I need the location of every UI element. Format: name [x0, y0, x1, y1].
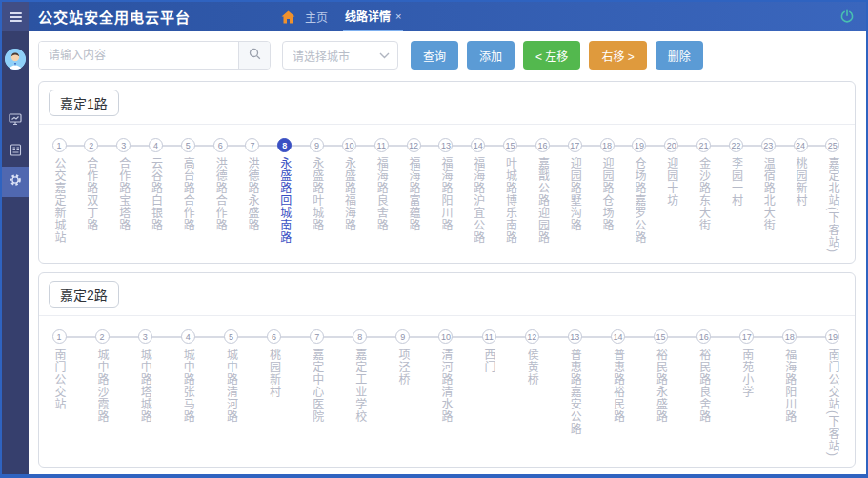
route-stop[interactable]: 12侯黄桥	[523, 329, 540, 457]
route-stop[interactable]: 13福海路阳川路	[437, 138, 454, 253]
route-stop[interactable]: 1公交嘉定新城站	[50, 138, 68, 253]
route-stop[interactable]: 10清河路清水路	[437, 329, 454, 457]
route-stop[interactable]: 3城中路塔城路	[136, 329, 153, 457]
route-stop[interactable]: 1南门公交站	[50, 329, 68, 457]
route-stop[interactable]: 6桃园新村	[266, 329, 283, 457]
stop-number: 10	[342, 138, 356, 152]
stop-name: 嘉定中心医院	[311, 349, 324, 423]
stop-name: 迎园路仓场路	[600, 157, 614, 231]
stop-number: 4	[181, 329, 195, 344]
route-stop[interactable]: 13普惠路嘉安公路	[566, 329, 583, 457]
route-stop[interactable]: 3合作路宝塔路	[115, 138, 132, 253]
stop-number: 8	[277, 138, 292, 152]
route-stop[interactable]: 4云谷路白银路	[147, 138, 164, 253]
route-stop[interactable]: 4城中路张马路	[179, 329, 196, 457]
route-stop[interactable]: 8嘉定工业学校	[352, 329, 369, 457]
stop-name: 城中路清河路	[224, 349, 237, 423]
route-stop[interactable]: 11西门	[480, 329, 497, 457]
route-stop[interactable]: 5高台路合作路	[179, 138, 196, 253]
stop-name: 李园一村	[729, 157, 742, 207]
stop-name: 西门	[482, 349, 495, 373]
stop-number: 10	[438, 329, 453, 344]
stop-name: 合作路双丁路	[85, 157, 98, 231]
city-select[interactable]: 请选择城市	[282, 41, 398, 70]
stop-number: 9	[310, 138, 324, 152]
stop-number: 5	[224, 329, 238, 344]
tab-close-icon[interactable]: ×	[395, 10, 401, 22]
stop-number: 16	[696, 329, 711, 344]
stop-name: 普惠路嘉安公路	[568, 349, 581, 435]
route-stop[interactable]: 15裕民路永盛路	[653, 329, 670, 457]
route-stop[interactable]: 17南苑小学	[738, 329, 756, 457]
stop-name: 福海路沪宜公路	[472, 157, 485, 244]
route-stop[interactable]: 17迎园路墅沟路	[566, 138, 583, 253]
route-stop[interactable]: 2城中路沙霞路	[93, 329, 111, 457]
stop-name: 迎园十坊	[665, 157, 678, 207]
move-right-button[interactable]: 右移 >	[589, 41, 646, 70]
route-stop[interactable]: 19南门公交站(下客站)	[824, 329, 841, 457]
route-stop[interactable]: 7嘉定中心医院	[309, 329, 326, 457]
toolbar: 请选择城市 查询添加< 左移右移 >删除	[38, 41, 856, 70]
route-stop[interactable]: 16嘉戬公路迎园路	[534, 138, 551, 253]
stop-number: 6	[213, 138, 228, 152]
stop-number: 5	[181, 138, 195, 152]
route-stop[interactable]: 18福海路阳川路	[781, 329, 798, 457]
stop-name: 清河路清水路	[439, 349, 453, 423]
tab-home[interactable]: 主页	[305, 9, 328, 25]
stop-number: 14	[471, 138, 485, 152]
delete-button[interactable]: 删除	[656, 41, 703, 70]
route-title[interactable]: 嘉定2路	[49, 281, 119, 308]
route-stop[interactable]: 16裕民路良舍路	[696, 329, 713, 457]
route-stop[interactable]: 18迎园路仓场路	[598, 138, 616, 253]
stop-name: 南苑小学	[740, 349, 754, 398]
route-stop[interactable]: 11福海路良舍路	[373, 138, 390, 253]
add-button[interactable]: 添加	[467, 41, 515, 70]
stop-number: 3	[138, 329, 152, 344]
gear-icon	[9, 173, 22, 190]
route-stop[interactable]: 25嘉定北站(下客站)	[824, 138, 841, 253]
route-stop[interactable]: 12福海路富蕴路	[405, 138, 422, 253]
sidebar-item-records[interactable]	[2, 136, 29, 167]
route-stop[interactable]: 7洪德路永盛路	[244, 138, 261, 253]
stop-number: 21	[696, 138, 711, 152]
route-stop[interactable]: 19仓场路嘉罗公路	[631, 138, 648, 253]
search-button[interactable]	[238, 42, 270, 69]
navbar: 公交站安全用电云平台 主页 线路详情 ×	[29, 2, 866, 31]
route-title[interactable]: 嘉定1路	[49, 90, 119, 116]
query-button[interactable]: 查询	[411, 41, 458, 70]
route-stop[interactable]: 10永盛路福海路	[340, 138, 357, 253]
stop-number: 2	[95, 329, 110, 344]
route-stop[interactable]: 15叶城路博乐南路	[502, 138, 519, 253]
stop-name: 福海路阳川路	[783, 349, 797, 423]
stop-number: 15	[503, 138, 517, 152]
route-stop[interactable]: 9永盛路叶城路	[309, 138, 326, 253]
search-input[interactable]	[39, 42, 238, 69]
route-stop[interactable]: 9项泾桥	[394, 329, 412, 457]
route-stop[interactable]: 22李园一村	[727, 138, 744, 253]
stop-number: 3	[116, 138, 131, 152]
stop-name: 嘉定北站(下客站)	[826, 157, 839, 253]
menu-toggle-button[interactable]	[2, 2, 29, 31]
stop-name: 叶城路博乐南路	[504, 157, 517, 244]
route-stop[interactable]: 14普惠路裕民路	[609, 329, 626, 457]
route-stop[interactable]: 20迎园十坊	[663, 138, 680, 253]
route-stop[interactable]: 8永盛路回城南路	[276, 138, 293, 253]
stop-name: 合作路宝塔路	[117, 157, 131, 231]
move-left-button[interactable]: < 左移	[523, 41, 580, 70]
route-stop[interactable]: 24桃园新村	[792, 138, 809, 253]
home-icon[interactable]	[281, 10, 295, 24]
power-icon[interactable]	[839, 9, 855, 24]
sidebar-item-settings[interactable]	[2, 167, 29, 197]
tab-route-details[interactable]: 线路详情 ×	[343, 2, 403, 31]
route-stop[interactable]: 6洪德路合作路	[212, 138, 229, 253]
route-stop[interactable]: 5城中路清河路	[222, 329, 239, 457]
route-stop[interactable]: 14福海路沪宜公路	[470, 138, 487, 253]
route-stop[interactable]: 23温宿路北大街	[759, 138, 777, 253]
stop-number: 19	[632, 138, 646, 152]
avatar[interactable]	[5, 49, 26, 70]
route-stop[interactable]: 21金沙路东大街	[696, 138, 713, 253]
stop-number: 1	[52, 329, 67, 344]
route-stop[interactable]: 2合作路双丁路	[83, 138, 100, 253]
sidebar-item-monitor[interactable]	[2, 106, 29, 136]
stop-number: 25	[825, 138, 839, 152]
